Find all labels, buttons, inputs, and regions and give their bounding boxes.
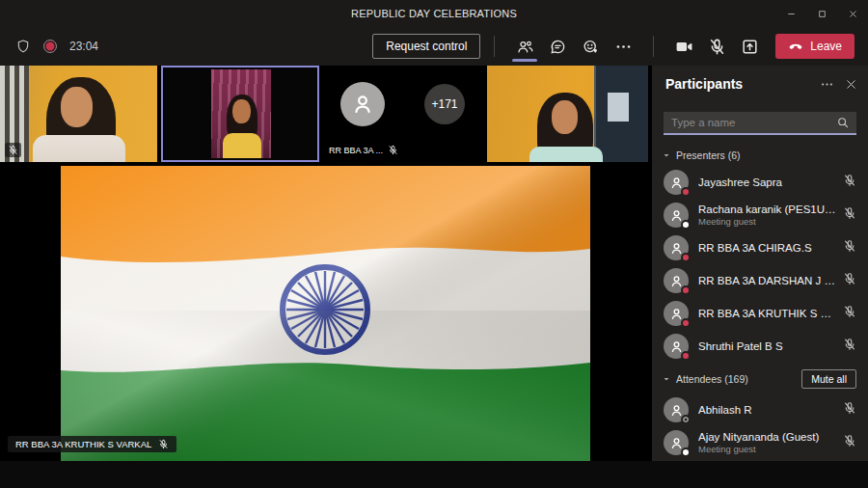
close-button[interactable] [837, 0, 868, 27]
meeting-timer: 23:04 [69, 40, 98, 53]
presenters-section-header[interactable]: Presenters (6) [652, 143, 868, 166]
stage-column: RR BBA 3A ... +171 [0, 66, 648, 461]
mute-toggle[interactable] [843, 434, 856, 451]
participant-name: RR BBA 3A DARSHAN J SRINIDHI [698, 275, 837, 286]
more-icon [614, 38, 633, 56]
presence-busy-icon [681, 187, 691, 197]
video-tile-overflow[interactable]: +171 [405, 66, 483, 162]
mute-toggle[interactable] [843, 174, 856, 191]
video-tile-active-speaker[interactable] [161, 66, 319, 162]
shield-icon [15, 39, 31, 54]
participant-row[interactable]: Jayashree Sapra [652, 166, 868, 199]
mute-all-button[interactable]: Mute all [801, 369, 856, 389]
reactions-icon [582, 38, 600, 56]
window-controls [775, 0, 868, 27]
attendees-section-header[interactable]: Attendees (169) Mute all [652, 363, 868, 393]
participant-name: Abhilash R [698, 404, 837, 416]
request-control-button[interactable]: Request control [372, 34, 480, 59]
mic-off-icon [843, 338, 856, 351]
titlebar: REPUBLIC DAY CELEBRATIONS [0, 0, 868, 27]
presence-busy-icon [681, 318, 691, 328]
presence-busy-icon [681, 285, 691, 295]
mic-off-icon [843, 305, 856, 318]
avatar [664, 268, 689, 293]
muted-badge [5, 143, 21, 157]
mic-off-icon [708, 38, 726, 56]
participant-name: Ajay Nityananda (Guest) [698, 431, 837, 443]
participant-row[interactable]: Rachana karanik (PES1UG20BB2... Meeting … [652, 199, 868, 231]
meeting-toolbar: 23:04 Request control [0, 27, 868, 66]
overflow-count-badge: +171 [424, 84, 465, 124]
person-icon [349, 91, 376, 118]
chat-button[interactable] [541, 30, 574, 63]
participant-name: RR BBA 3A CHIRAG.S [698, 242, 837, 254]
participant-name: Shruthi Patel B S [698, 340, 837, 352]
presence-guest-icon [681, 220, 691, 230]
meeting-status-group: 23:04 [15, 39, 98, 54]
toolbar-divider [494, 36, 495, 57]
mic-off-icon [843, 272, 856, 285]
avatar [664, 334, 689, 359]
participants-toggle-button[interactable] [508, 30, 541, 63]
participant-row[interactable]: Ajay Nityananda (Guest) Meeting guest [652, 426, 868, 459]
teams-meeting-window: REPUBLIC DAY CELEBRATIONS 23:04 Request … [0, 0, 868, 488]
participant-row[interactable]: Shruthi Patel B S [652, 330, 868, 363]
mic-off-icon [843, 401, 856, 415]
background-door [594, 66, 648, 162]
video-tile-participant-2[interactable] [487, 66, 648, 162]
participant-silhouette [232, 99, 251, 123]
mic-off-icon [158, 439, 169, 449]
share-screen-button[interactable] [733, 30, 766, 63]
search-icon[interactable] [836, 116, 850, 129]
participant-silhouette [223, 133, 261, 158]
active-underline [512, 59, 537, 62]
avatar [664, 397, 689, 422]
mute-toggle[interactable] [843, 305, 856, 322]
presence-busy-icon [681, 253, 691, 262]
avatar [664, 203, 689, 228]
mute-toggle[interactable] [843, 239, 856, 257]
close-icon [848, 9, 858, 19]
mute-toggle[interactable] [843, 338, 856, 355]
participant-row[interactable]: Abhilash R [652, 393, 868, 426]
hang-up-icon [788, 39, 803, 54]
more-options-button[interactable] [607, 30, 639, 63]
maximize-icon [817, 9, 827, 19]
toolbar-actions: Request control [372, 30, 868, 63]
avatar [664, 430, 689, 455]
recording-indicator-icon [43, 40, 57, 53]
presence-offline-icon [681, 415, 691, 424]
avatar [664, 170, 689, 195]
main-stage[interactable]: RR BBA 3A KRUTHIK S VARKAL [0, 165, 648, 461]
search-input[interactable] [664, 117, 836, 128]
leave-button[interactable]: Leave [775, 34, 854, 59]
avatar [664, 235, 689, 260]
reactions-button[interactable] [574, 30, 607, 63]
india-flag-image [61, 166, 590, 461]
participant-subtitle: Meeting guest [698, 444, 837, 454]
camera-toggle-button[interactable] [667, 30, 700, 63]
maximize-button[interactable] [806, 0, 837, 27]
participant-row[interactable]: RR BBA 3A CHIRAG.S [652, 231, 868, 264]
participant-row[interactable]: RR BBA 3A KRUTHIK S VARKAL [652, 297, 868, 330]
mic-off-icon [843, 434, 856, 447]
mic-toggle-button[interactable] [700, 30, 733, 63]
participant-search [664, 112, 856, 135]
people-icon [516, 38, 534, 56]
video-tile-participant-1[interactable] [0, 66, 157, 162]
participant-row[interactable]: RR BBA 3A DARSHAN J SRINIDHI [652, 264, 868, 297]
minimize-button[interactable] [775, 0, 806, 27]
more-icon[interactable] [820, 77, 834, 92]
video-tile-audio-only[interactable]: RR BBA 3A ... [323, 66, 401, 162]
mute-toggle[interactable] [843, 206, 856, 224]
mute-toggle[interactable] [843, 401, 856, 419]
portrait-video [211, 69, 271, 158]
mic-off-icon [388, 145, 398, 155]
presenters-label: Presenters (6) [676, 149, 741, 161]
tile-name-text: RR BBA 3A ... [329, 146, 383, 155]
participant-subtitle: Meeting guest [698, 216, 837, 227]
minimize-icon [786, 9, 797, 19]
mute-toggle[interactable] [843, 272, 856, 289]
leave-label: Leave [810, 40, 842, 53]
close-panel-icon[interactable] [844, 77, 858, 92]
